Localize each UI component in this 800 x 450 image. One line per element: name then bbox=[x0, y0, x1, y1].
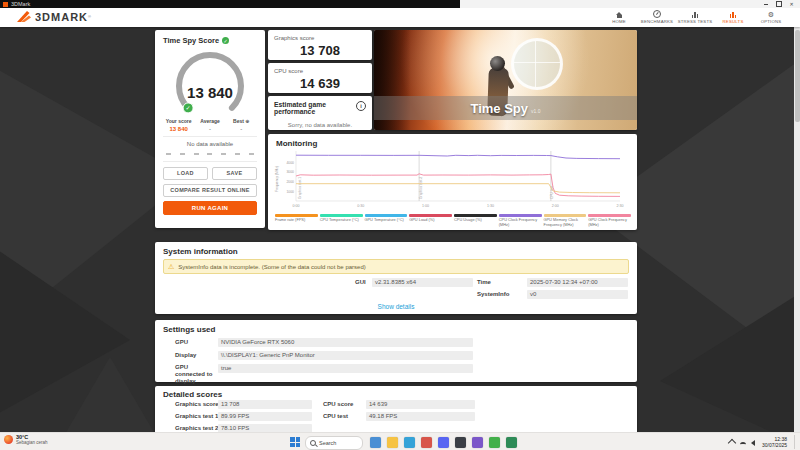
brand-text: 3DMARK bbox=[35, 11, 88, 23]
legend-item[interactable]: Frame rate (FPS) bbox=[275, 214, 318, 227]
task-view-icon[interactable] bbox=[370, 437, 381, 448]
systeminfo-warning-banner: ⚠ SystemInfo data is incomplete. (Some o… bbox=[163, 259, 629, 274]
time-spy-score-card: Time Spy Score ✓ ✓ 13 840 Your score 13 … bbox=[155, 30, 265, 228]
time-label: Time bbox=[477, 279, 491, 285]
info-icon[interactable]: i bbox=[356, 101, 366, 111]
system-tray: 12:38 30/07/2025 bbox=[729, 433, 797, 450]
monitoring-title: Monitoring bbox=[276, 139, 317, 148]
average-score-value: - bbox=[194, 126, 225, 132]
app-icon[interactable] bbox=[455, 437, 466, 448]
settings-title: Settings used bbox=[163, 325, 215, 334]
volume-icon[interactable] bbox=[751, 439, 757, 445]
app-icon[interactable] bbox=[438, 437, 449, 448]
search-box[interactable]: Search bbox=[305, 436, 363, 450]
app-icon[interactable] bbox=[421, 437, 432, 448]
banner-title: Time Spy bbox=[470, 101, 528, 116]
nav-item-results[interactable]: RESULTS bbox=[714, 9, 752, 26]
svg-text:0:30: 0:30 bbox=[357, 204, 364, 208]
scrollbar-thumb[interactable] bbox=[795, 30, 800, 122]
app-icon[interactable] bbox=[472, 437, 483, 448]
app-icon[interactable] bbox=[489, 437, 500, 448]
legend-item[interactable]: GPU Temperature (°C) bbox=[365, 214, 408, 227]
nav-item-options[interactable]: ⚙ OPTIONS bbox=[752, 9, 790, 26]
clock-date: 30/07/2025 bbox=[762, 442, 787, 448]
window-controls: ✕ bbox=[759, 0, 798, 8]
nav-item-benchmarks[interactable]: BENCHMARKS bbox=[638, 9, 676, 26]
gear-icon: ⚙ bbox=[768, 11, 774, 18]
legend-item[interactable]: CPU Usage (%) bbox=[454, 214, 497, 227]
window-titlebar: 3DMark ✕ bbox=[0, 0, 800, 8]
globe-icon: ⊕ bbox=[245, 118, 249, 124]
cpu-score-card: CPU score 14 639 bbox=[268, 63, 372, 93]
svg-text:0:00: 0:00 bbox=[293, 204, 300, 208]
detail-graphics-score: 13 708 bbox=[218, 400, 312, 409]
weather-condition: Sebagian cerah bbox=[16, 440, 48, 445]
svg-text:2:00: 2:00 bbox=[552, 204, 559, 208]
scrollbar-track[interactable] bbox=[794, 27, 800, 432]
time-value: 2025-07-30 12:34 +07:00 bbox=[527, 278, 628, 287]
search-icon bbox=[310, 440, 316, 446]
svg-text:Frequency (MHz): Frequency (MHz) bbox=[275, 166, 279, 192]
svg-text:1000: 1000 bbox=[286, 190, 294, 194]
save-button[interactable]: SAVE bbox=[212, 167, 257, 180]
gui-value: v2.31.8385 x64 bbox=[372, 278, 473, 287]
monitoring-legend: Frame rate (FPS)CPU Temperature (°C)GPU … bbox=[275, 214, 631, 227]
show-desktop-button[interactable] bbox=[794, 435, 797, 449]
magnifier-lens-icon bbox=[511, 38, 563, 90]
taskbar-apps bbox=[370, 437, 517, 448]
screen: { "window": { "title": "3DMark" }, "icon… bbox=[0, 0, 800, 450]
svg-text:Graphics test 1: Graphics test 1 bbox=[298, 177, 302, 199]
svg-text:2:30: 2:30 bbox=[617, 204, 624, 208]
banner-version: v1.0 bbox=[531, 108, 540, 114]
system-information-card: System information ⚠ SystemInfo data is … bbox=[155, 242, 637, 314]
detail-graphics-test-2: 78.10 FPS bbox=[218, 424, 312, 432]
svg-text:1:30: 1:30 bbox=[487, 204, 494, 208]
detail-cpu-test: 49.18 FPS bbox=[366, 412, 475, 421]
legend-item[interactable]: GPU Memory Clock Frequency (MHz) bbox=[544, 214, 587, 227]
browser-icon[interactable] bbox=[404, 437, 415, 448]
load-button[interactable]: LOAD bbox=[163, 167, 208, 180]
weather-icon bbox=[4, 435, 13, 444]
search-label: Search bbox=[319, 440, 336, 446]
detailed-scores-card: Detailed scores Graphics score 13 708 Gr… bbox=[155, 386, 637, 432]
nav-item-stress-tests[interactable]: STRESS TESTS bbox=[676, 9, 714, 26]
app-icon[interactable] bbox=[506, 437, 517, 448]
gpu-connected-value: true bbox=[218, 364, 473, 373]
svg-text:3000: 3000 bbox=[286, 170, 294, 174]
legend-item[interactable]: CPU Temperature (°C) bbox=[320, 214, 363, 227]
start-button[interactable] bbox=[290, 437, 300, 447]
graphics-score-label: Graphics score bbox=[274, 35, 366, 41]
svg-text:4000: 4000 bbox=[286, 161, 294, 165]
cpu-score-label: CPU score bbox=[274, 68, 366, 74]
warning-icon: ⚠ bbox=[168, 263, 174, 271]
windows-taskbar: 30°C Sebagian cerah Search 12:38 30/07/2… bbox=[0, 432, 800, 450]
weather-widget[interactable]: 30°C Sebagian cerah bbox=[4, 434, 48, 445]
close-button[interactable]: ✕ bbox=[785, 0, 798, 8]
maximize-button[interactable] bbox=[772, 0, 785, 8]
taskbar-clock[interactable]: 12:38 30/07/2025 bbox=[762, 436, 787, 449]
legend-item[interactable]: GPU Clock Frequency (MHz) bbox=[588, 214, 631, 227]
minimize-button[interactable] bbox=[759, 0, 772, 8]
nav-item-home[interactable]: HOME bbox=[600, 9, 638, 26]
warning-text: SystemInfo data is incomplete. (Some of … bbox=[178, 264, 365, 270]
your-score-value: 13 840 bbox=[163, 126, 194, 132]
show-details-link[interactable]: Show details bbox=[155, 303, 637, 310]
detail-graphics-test-1: 89.99 FPS bbox=[218, 412, 312, 421]
svg-text:2000: 2000 bbox=[286, 180, 294, 184]
window-title: 3DMark bbox=[11, 1, 30, 7]
compare-result-online-button[interactable]: COMPARE RESULT ONLINE bbox=[163, 184, 257, 197]
app-content-area: Time Spy Score ✓ ✓ 13 840 Your score 13 … bbox=[0, 27, 800, 432]
legend-item[interactable]: GPU Load (%) bbox=[409, 214, 452, 227]
gui-label: GUI bbox=[355, 279, 366, 285]
hidden-icons-chevron-icon[interactable] bbox=[728, 439, 736, 447]
display-value: \\.\DISPLAY1: Generic PnP Monitor bbox=[218, 351, 473, 360]
legend-item[interactable]: CPU Clock Frequency (MHz) bbox=[499, 214, 542, 227]
nav-items: HOME BENCHMARKS STRESS TESTS RESULTS ⚙ O… bbox=[600, 9, 790, 26]
score-stats-row: Your score 13 840 Average - Best ⊕ - bbox=[163, 118, 257, 132]
network-icon[interactable] bbox=[740, 439, 746, 445]
file-explorer-icon[interactable] bbox=[387, 437, 398, 448]
brand-logo: 3DMARK ® bbox=[16, 10, 91, 23]
run-again-button[interactable]: RUN AGAIN bbox=[163, 201, 257, 215]
valid-check-icon: ✓ bbox=[222, 37, 229, 44]
graphics-score-card: Graphics score 13 708 bbox=[268, 30, 372, 60]
